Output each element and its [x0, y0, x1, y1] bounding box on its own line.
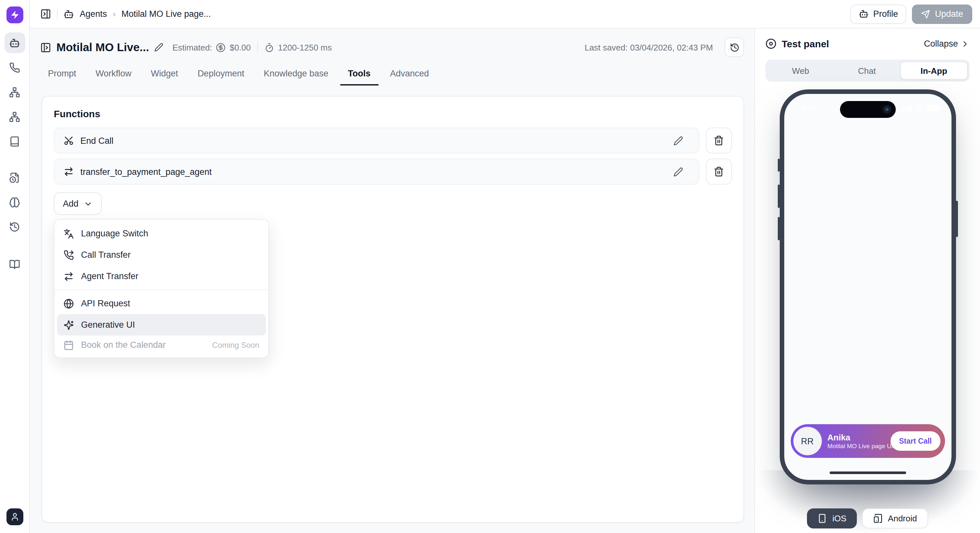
- sidebar-item-calls[interactable]: [4, 57, 25, 78]
- phone-volume-up-button: [778, 185, 780, 208]
- profile-button-label: Profile: [873, 9, 898, 19]
- tab-advanced[interactable]: Advanced: [382, 65, 436, 86]
- estimated-cost: $0.00: [230, 43, 251, 52]
- edit-title-button[interactable]: [154, 43, 163, 52]
- delete-function-button[interactable]: [706, 128, 732, 154]
- panel-toggle-icon[interactable]: [40, 42, 51, 53]
- edit-function-button[interactable]: [673, 167, 683, 176]
- menu-item-label: Generative UI: [81, 320, 135, 330]
- status-time: 9:41: [801, 104, 816, 111]
- brain-icon: [9, 197, 20, 208]
- campaign-icon: [9, 111, 20, 122]
- workspace-header: Motilal MO Live... Estimated: $0.00 1200…: [30, 29, 754, 57]
- add-button-label: Add: [63, 199, 78, 209]
- sidebar-item-history[interactable]: [4, 216, 25, 237]
- sidebar-item-campaigns[interactable]: [4, 106, 25, 127]
- user-avatar-button[interactable]: [6, 508, 23, 525]
- sidebar-item-logs[interactable]: [4, 167, 25, 188]
- tab-in-app[interactable]: In-App: [900, 62, 968, 80]
- tab-tools[interactable]: Tools: [340, 65, 378, 86]
- sidebar-item-knowledge[interactable]: [4, 131, 25, 152]
- menu-item-language-switch[interactable]: Language Switch: [57, 223, 266, 244]
- tab-widget[interactable]: Widget: [143, 65, 186, 86]
- tab-chat[interactable]: Chat: [834, 62, 900, 80]
- menu-item-api-request[interactable]: API Request: [57, 293, 266, 314]
- test-mode-tabs: Web Chat In-App: [765, 60, 970, 82]
- trash-icon: [714, 167, 724, 177]
- avatar: RR: [793, 427, 821, 455]
- chevron-right-icon: [961, 39, 970, 48]
- agent-call-card: RR Anika Motilal MO Live page UAT ... St…: [791, 424, 945, 458]
- pencil-icon: [154, 43, 163, 52]
- collapse-button[interactable]: Collapse: [924, 39, 970, 49]
- pencil-icon: [673, 136, 683, 145]
- menu-item-label: Agent Transfer: [81, 271, 138, 281]
- pencil-icon: [673, 167, 683, 176]
- phone-volume-down-button: [778, 217, 780, 240]
- version-history-button[interactable]: [725, 38, 744, 57]
- arrow-right-left-icon: [64, 271, 74, 281]
- tab-workflow[interactable]: Workflow: [88, 65, 139, 86]
- add-function-button[interactable]: Add: [54, 192, 102, 215]
- main-column: Agents › Motilal MO Live page... Profile…: [30, 0, 980, 533]
- divider: [257, 43, 258, 52]
- menu-item-call-transfer[interactable]: Call Transfer: [57, 244, 266, 265]
- agent-subtitle: Motilal MO Live page UAT ...: [827, 443, 885, 449]
- test-panel-header: Test panel Collapse: [755, 29, 980, 53]
- app-logo[interactable]: [6, 6, 23, 23]
- sidebar-item-memory[interactable]: [4, 192, 25, 213]
- tab-deployment[interactable]: Deployment: [190, 65, 252, 86]
- menu-item-label: API Request: [81, 298, 130, 308]
- workspace: Motilal MO Live... Estimated: $0.00 1200…: [30, 29, 754, 533]
- update-button[interactable]: Update: [912, 4, 972, 24]
- android-button[interactable]: Android: [862, 508, 928, 528]
- ios-button[interactable]: iOS: [807, 508, 857, 528]
- profile-button[interactable]: Profile: [850, 4, 907, 24]
- wifi-icon: [915, 105, 924, 111]
- breadcrumb-page: Motilal MO Live page...: [121, 9, 211, 19]
- last-saved-text: Last saved: 03/04/2026, 02:43 PM: [585, 43, 713, 52]
- menu-item-generative-ui[interactable]: Generative UI: [57, 314, 266, 335]
- timer-icon: [264, 43, 274, 52]
- topbar: Agents › Motilal MO Live page... Profile…: [30, 0, 980, 29]
- bot-icon: [64, 9, 74, 19]
- coming-soon-badge: Coming Soon: [212, 340, 259, 349]
- test-panel-title: Test panel: [782, 38, 829, 49]
- function-row: End Call: [54, 128, 732, 154]
- dollar-circle-icon: [216, 43, 226, 52]
- phone-mockup: 9:41 RR Anika Motilal MO Live page UAT .…: [780, 89, 956, 484]
- ios-button-label: iOS: [832, 514, 846, 523]
- bot-icon: [9, 37, 20, 48]
- phone-forwarded-icon: [64, 250, 74, 260]
- tab-knowledge-base[interactable]: Knowledge base: [256, 65, 336, 86]
- estimated-label: Estimated:: [172, 43, 212, 52]
- function-item-end-call[interactable]: End Call: [54, 128, 699, 154]
- function-item-transfer[interactable]: transfer_to_payment_page_agent: [54, 159, 699, 185]
- sidebar: [0, 0, 30, 533]
- function-label: transfer_to_payment_page_agent: [80, 167, 212, 176]
- function-row: transfer_to_payment_page_agent: [54, 159, 732, 185]
- update-button-label: Update: [935, 9, 963, 19]
- start-call-button[interactable]: Start Call: [891, 431, 940, 451]
- book-open-icon: [9, 259, 20, 270]
- dynamic-island: [840, 101, 896, 118]
- phone-preview-area: 9:41 RR Anika Motilal MO Live page UAT .…: [755, 82, 980, 533]
- function-label: End Call: [80, 136, 113, 145]
- sidebar-item-docs[interactable]: [4, 254, 25, 274]
- phone-power-button: [955, 201, 958, 237]
- sidebar-item-agents[interactable]: [4, 32, 25, 53]
- breadcrumb-separator: ›: [113, 9, 116, 19]
- menu-item-agent-transfer[interactable]: Agent Transfer: [57, 265, 266, 287]
- functions-card: Functions End Call transfer_to_payment_p: [41, 96, 744, 523]
- edit-function-button[interactable]: [673, 136, 683, 145]
- sidebar-toggle-button[interactable]: [40, 8, 51, 19]
- platform-toggle: iOS Android: [755, 508, 980, 528]
- delete-function-button[interactable]: [706, 159, 732, 185]
- phone-mute-switch: [778, 159, 780, 171]
- history-icon: [9, 221, 20, 232]
- tab-prompt[interactable]: Prompt: [40, 65, 84, 86]
- breadcrumb-section[interactable]: Agents: [80, 9, 107, 19]
- tab-web[interactable]: Web: [767, 62, 834, 80]
- sparkles-icon: [64, 320, 74, 330]
- sidebar-item-workflows[interactable]: [4, 82, 25, 102]
